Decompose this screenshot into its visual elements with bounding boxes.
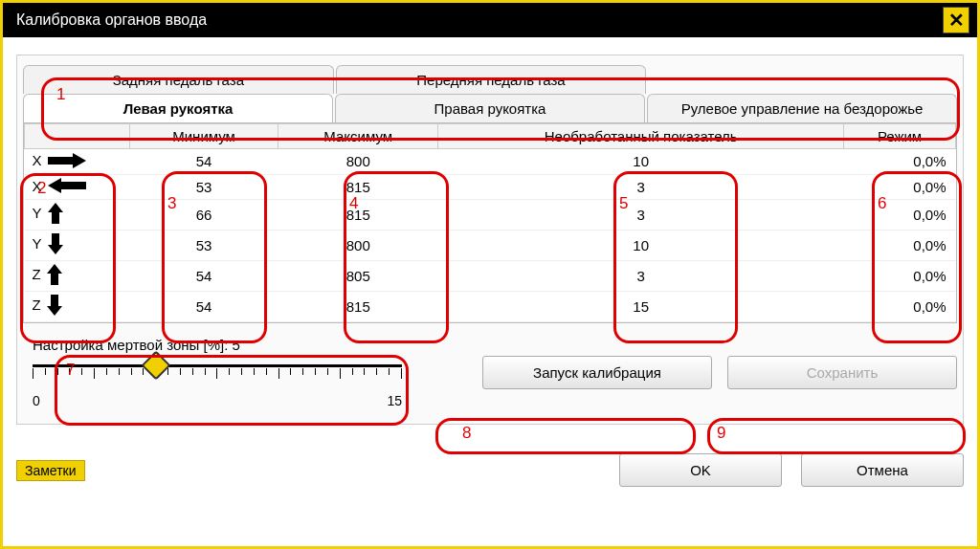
- table-row: Z5480530,0%: [25, 261, 956, 292]
- arrow-up-icon: [47, 264, 62, 288]
- raw-cell: 3: [438, 174, 844, 200]
- arrow-up-icon: [48, 203, 63, 227]
- raw-cell: 15: [438, 292, 844, 322]
- table-row: X5381530,0%: [25, 174, 956, 200]
- col-max: Максимум: [278, 124, 438, 149]
- table-row: Y6681530,0%: [25, 200, 956, 231]
- mode-cell: 0,0%: [844, 261, 956, 292]
- axis-cell: Z: [25, 292, 130, 322]
- tab-rear-pedal[interactable]: Задняя педаль газа: [23, 65, 334, 94]
- cancel-button[interactable]: Отмена: [801, 453, 964, 487]
- mode-cell: 0,0%: [844, 174, 956, 200]
- mode-cell: 0,0%: [844, 200, 956, 231]
- table-row: Z54815150,0%: [25, 292, 956, 322]
- close-icon: ✕: [948, 9, 965, 32]
- mode-cell: 0,0%: [844, 292, 956, 322]
- slider-min: 0: [33, 393, 40, 408]
- col-axis: [25, 124, 130, 149]
- ok-button[interactable]: OK: [619, 453, 782, 487]
- max-cell: 815: [278, 292, 438, 322]
- max-cell: 800: [278, 149, 438, 175]
- max-cell: 805: [278, 261, 438, 292]
- table-row: X54800100,0%: [25, 149, 956, 175]
- min-cell: 53: [130, 174, 278, 200]
- calibration-panel: Задняя педаль газа Передняя педаль газа …: [16, 55, 964, 425]
- axis-cell: Z: [25, 261, 130, 292]
- table-row: Y53800100,0%: [25, 231, 956, 261]
- tab-front-pedal[interactable]: Передняя педаль газа: [336, 65, 647, 94]
- axis-cell: X: [25, 149, 130, 175]
- min-cell: 54: [130, 292, 278, 322]
- axis-cell: Y: [25, 231, 130, 261]
- axis-cell: Y: [25, 200, 130, 231]
- deadzone-control: Настройка мертвой зоны [%]: 5 0 15: [23, 333, 406, 412]
- tab-right-handle[interactable]: Правая рукоятка: [335, 94, 645, 122]
- calibration-table: Минимум Максимум Необработанный показате…: [23, 122, 957, 323]
- titlebar: Калибровка органов ввода ✕: [3, 3, 977, 37]
- mode-cell: 0,0%: [844, 231, 956, 261]
- raw-cell: 10: [438, 149, 844, 175]
- tab-left-handle[interactable]: Левая рукоятка: [23, 94, 333, 122]
- arrow-down-icon: [48, 233, 63, 257]
- close-button[interactable]: ✕: [943, 7, 969, 33]
- svg-marker-1: [48, 178, 86, 193]
- svg-marker-5: [47, 295, 62, 316]
- deadzone-label: Настройка мертвой зоны [%]:: [33, 337, 233, 353]
- deadzone-slider[interactable]: [33, 357, 402, 391]
- deadzone-value: 5: [233, 337, 240, 353]
- col-raw: Необработанный показатель: [438, 124, 844, 149]
- slider-max: 15: [387, 393, 402, 408]
- min-cell: 66: [130, 200, 278, 231]
- max-cell: 815: [278, 174, 438, 200]
- arrow-down-icon: [47, 295, 62, 318]
- tabs-row-bottom: Левая рукоятка Правая рукоятка Рулевое у…: [23, 94, 957, 122]
- start-calibration-button[interactable]: Запуск калибрация: [482, 356, 712, 389]
- col-min: Минимум: [130, 124, 278, 149]
- svg-marker-0: [48, 153, 86, 168]
- raw-cell: 10: [438, 231, 844, 261]
- svg-marker-4: [47, 264, 62, 285]
- svg-marker-2: [48, 203, 63, 224]
- mode-cell: 0,0%: [844, 149, 956, 175]
- min-cell: 54: [130, 149, 278, 175]
- svg-marker-3: [48, 233, 63, 254]
- max-cell: 800: [278, 231, 438, 261]
- col-mode: Режим: [844, 124, 956, 149]
- axis-cell: X: [25, 174, 130, 200]
- tab-offroad-steering[interactable]: Рулевое управление на бездорожье: [647, 94, 957, 122]
- min-cell: 54: [130, 261, 278, 292]
- tab-blank: [648, 65, 957, 94]
- arrow-right-icon: [48, 153, 86, 171]
- notes-tag[interactable]: Заметки: [16, 460, 85, 481]
- tabs-row-top: Задняя педаль газа Передняя педаль газа: [23, 65, 957, 94]
- raw-cell: 3: [438, 200, 844, 231]
- max-cell: 815: [278, 200, 438, 231]
- window-title: Калибровка органов ввода: [16, 11, 207, 29]
- save-button[interactable]: Сохранить: [727, 356, 957, 389]
- arrow-left-icon: [48, 178, 86, 196]
- raw-cell: 3: [438, 261, 844, 292]
- min-cell: 53: [130, 231, 278, 261]
